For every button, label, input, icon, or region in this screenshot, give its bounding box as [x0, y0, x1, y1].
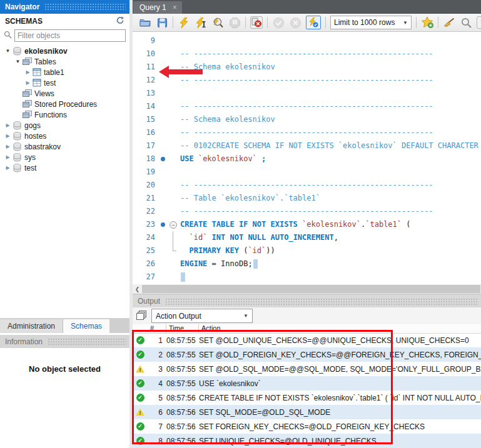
marker-gutter	[160, 113, 168, 126]
sidebar-item-sbastrakov[interactable]: ▶sbastrakov	[0, 141, 129, 152]
expander-icon[interactable]: ▶	[24, 69, 32, 75]
mysql-workbench-window: Navigator SCHEMAS ▼ekolesnikov▼Tables▶ta…	[0, 0, 481, 448]
sidebar-item-ekolesnikov[interactable]: ▼ekolesnikov	[0, 46, 129, 56]
close-icon[interactable]: ×	[173, 3, 177, 12]
output-view-selector[interactable]: Action Output ▼	[151, 309, 253, 323]
marker-gutter	[160, 244, 168, 257]
sidebar-item-test[interactable]: ▶test	[0, 77, 129, 88]
editor-line-14[interactable]: 14-- -----------------------------------…	[133, 100, 481, 113]
fold-start-icon[interactable]: −	[168, 218, 180, 231]
tab-schemas[interactable]: Schemas	[63, 319, 109, 333]
editor-horizontal-scrollbar[interactable]: ❮	[133, 284, 481, 294]
marker-gutter	[160, 34, 168, 47]
save-icon[interactable]	[156, 16, 168, 29]
sidebar-item-tables[interactable]: ▼Tables	[0, 56, 129, 67]
output-row-6[interactable]: !608:57:56SET SQL_MODE=@OLD_SQL_MODE	[133, 405, 481, 419]
expander-icon[interactable]: ▶	[4, 144, 12, 149]
sidebar-item-stored-procedures[interactable]: Stored Procedures	[0, 99, 129, 109]
sidebar-item-test[interactable]: ▶test	[0, 162, 129, 173]
output-row-5[interactable]: ✓508:57:56CREATE TABLE IF NOT EXISTS `ek…	[133, 391, 481, 405]
beautify-icon[interactable]	[443, 16, 455, 29]
editor-line-26[interactable]: 26ENGINE = InnoDB;	[133, 257, 481, 271]
expander-icon[interactable]: ▶	[4, 133, 12, 139]
query-editor-panel: Query 1 ×	[133, 0, 481, 448]
scrollbar-thumb[interactable]	[142, 285, 480, 293]
expander-icon[interactable]: ▶	[4, 154, 12, 160]
editor-line-22[interactable]: 22-- -----------------------------------…	[133, 205, 481, 218]
explain-icon[interactable]	[211, 16, 224, 29]
expander-icon[interactable]: ▶	[4, 165, 12, 171]
fold-gutter	[168, 257, 180, 271]
marker-gutter	[160, 139, 168, 152]
editor-line-16[interactable]: 16-- -----------------------------------…	[133, 126, 481, 139]
find-icon[interactable]	[460, 16, 472, 29]
invisibles-icon[interactable]: ¶	[477, 16, 481, 29]
sidebar-item-sys[interactable]: ▶sys	[0, 152, 129, 162]
editor-line-24[interactable]: 24 `id` INT NOT NULL AUTO_INCREMENT,	[133, 231, 481, 244]
schema-icon	[13, 47, 22, 56]
autocommit-icon[interactable]	[306, 16, 321, 29]
schemas-section-header: SCHEMAS	[0, 14, 129, 29]
toolbar-separator	[245, 17, 246, 28]
editor-line-19[interactable]: 19	[133, 166, 481, 179]
code-text: USE `ekolesnikov` ;	[180, 152, 481, 166]
expander-icon[interactable]: ▶	[4, 122, 12, 128]
scroll-left-icon[interactable]: ❮	[133, 284, 142, 294]
editor-line-20[interactable]: 20-- -----------------------------------…	[133, 179, 481, 192]
editor-line-12[interactable]: 12-- -----------------------------------…	[133, 74, 481, 87]
editor-line-23[interactable]: 23−CREATE TABLE IF NOT EXISTS `ekolesnik…	[133, 218, 481, 231]
editor-line-18[interactable]: 18USE `ekolesnikov` ;	[133, 152, 481, 166]
output-row-8[interactable]: ✓808:57:56SET UNIQUE_CHECKS=@OLD_UNIQUE_…	[133, 434, 481, 448]
row-action: SET @OLD_SQL_MODE=@@SQL_MODE, SQL_MODE='…	[199, 365, 481, 374]
line-number: 14	[133, 100, 160, 113]
chevron-down-icon: ▼	[403, 20, 408, 26]
marker-gutter	[160, 74, 168, 87]
editor-line-21[interactable]: 21-- Table `ekolesnikov`.`table1`	[133, 192, 481, 205]
sidebar-item-functions[interactable]: Functions	[0, 109, 129, 120]
line-number: 17	[133, 139, 160, 152]
tab-query-1[interactable]: Query 1 ×	[133, 1, 182, 14]
line-number: 15	[133, 113, 160, 126]
editor-line-17[interactable]: 17-- 0102CREATE SCHEMA IF NOT EXISTS `ek…	[133, 139, 481, 152]
sidebar-item-table1[interactable]: ▶table1	[0, 67, 129, 77]
sidebar-item-views[interactable]: Views	[0, 88, 129, 99]
information-header: Information	[0, 335, 129, 348]
sidebar-item-hostes[interactable]: ▶hostes	[0, 131, 129, 141]
row-action: SET @OLD_UNIQUE_CHECKS=@@UNIQUE_CHECKS, …	[199, 336, 481, 345]
execute-current-icon[interactable]	[195, 16, 207, 29]
output-row-2[interactable]: ✓208:57:55SET @OLD_FOREIGN_KEY_CHECKS=@@…	[133, 347, 481, 362]
filter-objects-input[interactable]	[14, 29, 126, 42]
editor-line-9[interactable]: 9	[133, 34, 481, 47]
expander-icon[interactable]: ▼	[4, 48, 12, 54]
expander-icon[interactable]: ▼	[14, 59, 22, 64]
open-script-icon[interactable]	[139, 16, 151, 29]
fold-gutter	[168, 139, 180, 152]
fold-gutter	[168, 100, 180, 113]
tree-item-label: gogs	[24, 121, 41, 130]
editor-line-27[interactable]: 27	[133, 271, 481, 284]
output-row-3[interactable]: !308:57:55SET @OLD_SQL_MODE=@@SQL_MODE, …	[133, 362, 481, 376]
sidebar-item-gogs[interactable]: ▶gogs	[0, 120, 129, 131]
code-text: -- 0102CREATE SCHEMA IF NOT EXISTS `ekol…	[180, 139, 481, 152]
output-row-7[interactable]: ✓708:57:56SET FOREIGN_KEY_CHECKS=@OLD_FO…	[133, 419, 481, 434]
output-row-4[interactable]: ✓408:57:55USE `ekolesnikov`	[133, 376, 481, 391]
editor-line-15[interactable]: 15-- Schema ekolesnikov	[133, 113, 481, 126]
output-row-1[interactable]: ✓108:57:55SET @OLD_UNIQUE_CHECKS=@@UNIQU…	[133, 333, 481, 347]
sql-code-editor[interactable]: 910-- ----------------------------------…	[133, 32, 481, 284]
success-icon: ✓	[133, 422, 148, 431]
expander-icon[interactable]: ▶	[24, 80, 32, 86]
row-index: 6	[148, 408, 166, 417]
marker-gutter	[160, 47, 168, 61]
limit-rows-selector[interactable]: Limit to 1000 rows ▼	[330, 16, 412, 29]
new-snippet-icon[interactable]	[421, 16, 433, 29]
toggle-stop-on-error-icon[interactable]	[250, 16, 263, 29]
editor-line-11[interactable]: 11-- Schema ekolesnikov	[133, 61, 481, 74]
row-action: SET SQL_MODE=@OLD_SQL_MODE	[199, 408, 481, 417]
editor-line-10[interactable]: 10-- -----------------------------------…	[133, 47, 481, 61]
editor-line-25[interactable]: 25 PRIMARY KEY (`id`))	[133, 244, 481, 257]
editor-line-13[interactable]: 13	[133, 87, 481, 100]
code-text: -- Table `ekolesnikov`.`table1`	[180, 192, 481, 205]
refresh-icon[interactable]	[116, 16, 124, 26]
tab-administration[interactable]: Administration	[0, 319, 63, 333]
execute-icon[interactable]	[178, 16, 190, 29]
